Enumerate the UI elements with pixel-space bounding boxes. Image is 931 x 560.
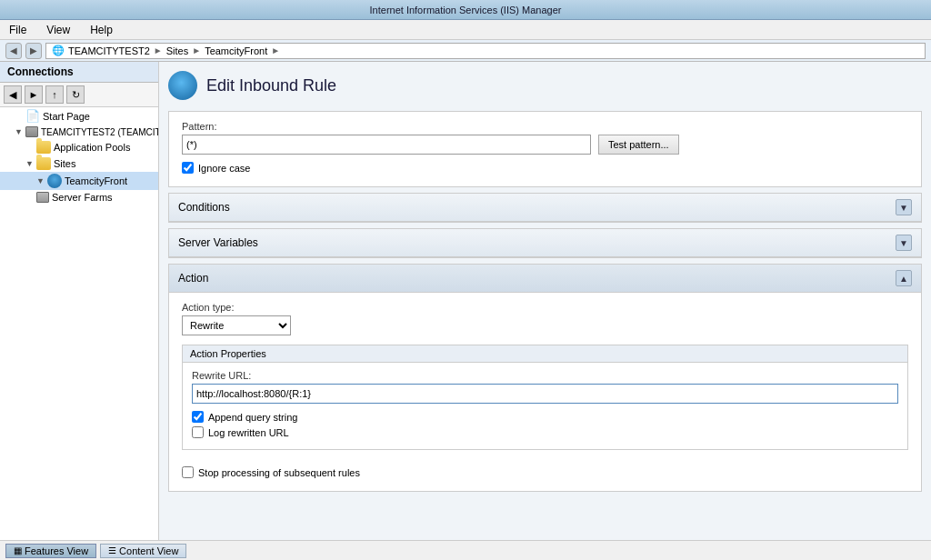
action-properties-panel: Action Properties Rewrite URL: Append qu… <box>182 345 908 450</box>
content-inner[interactable]: Edit Inbound Rule Pattern: Test pattern.… <box>159 62 931 540</box>
action-label: Action <box>178 272 208 285</box>
features-view-label: Features View <box>25 545 88 556</box>
breadcrumb-part-3: TeamcityFront <box>205 45 267 56</box>
breadcrumb-part-2: Sites <box>166 45 188 56</box>
sidebar-label-server: TEAMCITYTEST2 (TEAMCITY... <box>41 127 159 137</box>
ignore-case-label: Ignore case <box>198 163 250 174</box>
forward-button[interactable]: ▶ <box>25 43 42 59</box>
action-collapse-btn[interactable]: ▲ <box>896 270 912 286</box>
folder-icon-app-pools <box>36 141 51 154</box>
content-area: Edit Inbound Rule Pattern: Test pattern.… <box>159 62 931 540</box>
menubar: File View Help <box>0 20 931 40</box>
sidebar-tool-forward[interactable]: ► <box>25 85 43 104</box>
expand-icon-tcf: ▼ <box>36 176 45 185</box>
sidebar-header: Connections <box>0 62 158 83</box>
sidebar: Connections ◀ ► ↑ ↻ 📄 Start Page ▼ TEAMC… <box>0 62 159 540</box>
pattern-form-row: Test pattern... <box>182 135 908 155</box>
pattern-panel: Pattern: Test pattern... Ignore case <box>168 111 922 187</box>
pattern-label: Pattern: <box>182 121 908 132</box>
rewrite-url-input[interactable] <box>192 384 898 404</box>
stop-processing-row: Stop processing of subsequent rules <box>182 466 908 478</box>
globe-icon-tcf <box>47 174 62 188</box>
server-icon-farms <box>36 192 49 203</box>
sidebar-tool-back[interactable]: ◀ <box>4 85 22 104</box>
sidebar-label-app-pools: Application Pools <box>54 142 130 153</box>
page-header: Edit Inbound Rule <box>168 71 922 100</box>
test-pattern-button[interactable]: Test pattern... <box>598 135 679 155</box>
action-type-label: Action type: <box>182 302 908 313</box>
action-header[interactable]: Action ▲ <box>169 265 921 293</box>
addressbar: ◀ ▶ 🌐 TEAMCITYTEST2 ► Sites ► TeamcityFr… <box>0 40 931 62</box>
main-layout: Connections ◀ ► ↑ ↻ 📄 Start Page ▼ TEAMC… <box>0 62 931 540</box>
rewrite-url-label: Rewrite URL: <box>192 370 898 381</box>
content-view-label: Content View <box>119 545 178 556</box>
features-view-button[interactable]: ▦ Features View <box>5 544 96 558</box>
append-query-checkbox[interactable] <box>192 411 204 423</box>
sidebar-label-tcf: TeamcityFront <box>65 175 127 186</box>
stop-processing-checkbox[interactable] <box>182 466 194 478</box>
page-title: Edit Inbound Rule <box>206 76 336 95</box>
action-type-select[interactable]: Rewrite Redirect CustomResponse AbortReq… <box>182 315 291 335</box>
server-variables-header[interactable]: Server Variables ▼ <box>169 229 921 257</box>
sidebar-item-app-pools[interactable]: Application Pools <box>0 139 158 155</box>
breadcrumb-sep-2: ► <box>192 45 201 55</box>
back-button[interactable]: ◀ <box>5 43 22 59</box>
server-variables-panel: Server Variables ▼ <box>168 228 922 258</box>
pattern-section: Pattern: Test pattern... Ignore case <box>169 112 921 186</box>
log-rewritten-checkbox[interactable] <box>192 426 204 438</box>
menu-help[interactable]: Help <box>85 22 118 38</box>
breadcrumb-globe-icon: 🌐 <box>52 45 65 56</box>
sidebar-tool-refresh[interactable]: ↻ <box>66 85 85 104</box>
titlebar: Internet Information Services (IIS) Mana… <box>0 0 931 20</box>
sidebar-item-sites[interactable]: ▼ Sites <box>0 155 158 172</box>
conditions-label: Conditions <box>178 201 230 214</box>
breadcrumb: 🌐 TEAMCITYTEST2 ► Sites ► TeamcityFront … <box>45 43 926 59</box>
breadcrumb-sep-1: ► <box>154 45 163 55</box>
sidebar-item-teamcityfront[interactable]: ▼ TeamcityFront <box>0 172 158 190</box>
sidebar-item-server-farms[interactable]: Server Farms <box>0 190 158 205</box>
sidebar-label-start-page: Start Page <box>43 111 90 122</box>
log-rewritten-row: Log rewritten URL <box>192 426 898 438</box>
folder-icon-sites <box>36 157 51 170</box>
sidebar-toolbar: ◀ ► ↑ ↻ <box>0 83 158 107</box>
content-view-icon: ☰ <box>108 545 116 555</box>
stop-processing-label: Stop processing of subsequent rules <box>198 467 360 478</box>
action-properties-header: Action Properties <box>183 345 907 363</box>
action-content: Action type: Rewrite Redirect CustomResp… <box>169 293 921 491</box>
server-icon <box>25 126 38 137</box>
append-query-label: Append query string <box>208 412 297 423</box>
sidebar-item-start-page[interactable]: 📄 Start Page <box>0 107 158 125</box>
features-view-icon: ▦ <box>14 545 22 555</box>
menu-file[interactable]: File <box>4 22 32 38</box>
sidebar-label-sites: Sites <box>54 158 75 169</box>
server-variables-label: Server Variables <box>178 236 258 249</box>
log-rewritten-label: Log rewritten URL <box>208 427 289 438</box>
sidebar-tool-up[interactable]: ↑ <box>45 85 64 104</box>
conditions-collapse-btn[interactable]: ▼ <box>896 199 912 215</box>
action-properties-body: Rewrite URL: Append query string Log rew… <box>183 363 907 449</box>
sidebar-label-server-farms: Server Farms <box>52 192 113 203</box>
action-panel: Action ▲ Action type: Rewrite Redirect C… <box>168 264 922 492</box>
breadcrumb-sep-3: ► <box>271 45 280 55</box>
expand-icon-server: ▼ <box>15 127 24 136</box>
conditions-header[interactable]: Conditions ▼ <box>169 194 921 222</box>
content-view-button[interactable]: ☰ Content View <box>100 544 186 558</box>
menu-view[interactable]: View <box>41 22 75 38</box>
sidebar-item-server[interactable]: ▼ TEAMCITYTEST2 (TEAMCITY... <box>0 125 158 139</box>
footer: ▦ Features View ☰ Content View <box>0 540 931 560</box>
append-query-row: Append query string <box>192 411 898 423</box>
conditions-panel: Conditions ▼ <box>168 193 922 223</box>
server-variables-collapse-btn[interactable]: ▼ <box>896 235 912 251</box>
ignore-case-checkbox[interactable] <box>182 162 194 174</box>
titlebar-text: Internet Information Services (IIS) Mana… <box>370 5 562 15</box>
breadcrumb-part-1: TEAMCITYTEST2 <box>68 45 150 56</box>
pattern-input[interactable] <box>182 135 591 155</box>
ignore-case-row: Ignore case <box>182 162 908 174</box>
expand-icon-sites: ▼ <box>25 159 35 168</box>
page-title-icon <box>168 71 197 100</box>
